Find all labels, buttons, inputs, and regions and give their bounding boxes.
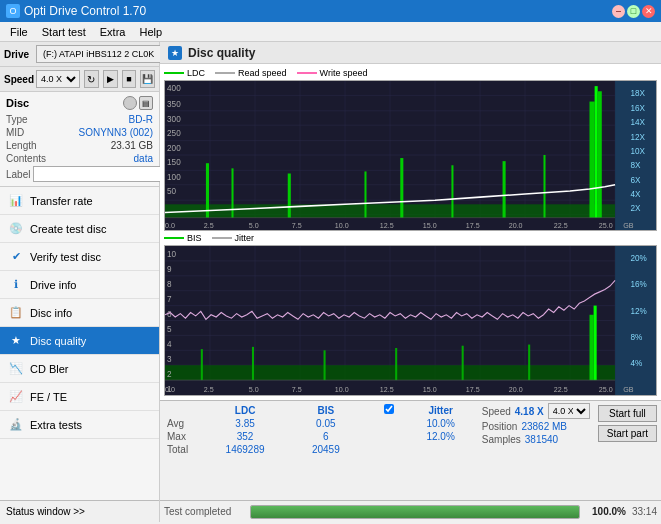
maximize-button[interactable]: □ [627,5,640,18]
svg-text:12.5: 12.5 [380,222,394,230]
speed-dropdown[interactable]: 4.0 X [548,403,590,419]
main-layout: Drive (F:) ATAPI iHBS112 2 CL0K ⏏ Speed … [0,42,661,522]
start-full-button[interactable]: Start full [598,405,657,422]
svg-text:8%: 8% [630,332,642,343]
menu-bar: File Start test Extra Help [0,22,661,42]
nav-verify-test-disc[interactable]: ✔ Verify test disc [0,243,159,271]
read-speed-legend-label: Read speed [238,68,287,78]
speed-save-button[interactable]: 💾 [140,70,155,88]
label-input[interactable] [33,166,166,182]
svg-rect-28 [543,155,545,218]
chart1-legend: LDC Read speed Write speed [164,68,657,78]
menu-help[interactable]: Help [133,25,168,39]
length-label: Length [6,140,37,151]
drive-select[interactable]: (F:) ATAPI iHBS112 2 CL0K [36,45,174,63]
nav-label-verify-test-disc: Verify test disc [30,251,101,263]
read-speed-legend-dot [215,72,235,74]
speed-test-button2[interactable]: ■ [122,70,137,88]
disc-quality-header: ★ Disc quality [160,42,661,64]
total-row: Total 1469289 20459 [164,443,476,456]
fe-te-icon: 📈 [8,389,24,405]
svg-text:10.0: 10.0 [335,222,349,230]
svg-text:10: 10 [167,249,176,260]
svg-text:GB: GB [623,384,633,393]
svg-text:150: 150 [167,158,181,167]
svg-text:0.0: 0.0 [165,384,175,393]
svg-rect-89 [528,345,530,381]
ldc-legend-dot [164,72,184,74]
chart2-svg: 20% 16% 12% 8% 4% 10 9 8 7 6 5 4 3 [165,246,656,395]
svg-rect-83 [165,365,615,380]
svg-text:15.0: 15.0 [423,384,437,393]
max-ldc: 352 [199,430,291,443]
nav-label-cd-bler: CD Bler [30,363,69,375]
nav-extra-tests[interactable]: 🔬 Extra tests [0,411,159,439]
nav-cd-bler[interactable]: 📉 CD Bler [0,355,159,383]
svg-rect-21 [206,163,209,217]
menu-extra[interactable]: Extra [94,25,132,39]
svg-rect-84 [201,349,203,380]
nav-drive-info[interactable]: ℹ Drive info [0,271,159,299]
nav-disc-info[interactable]: 📋 Disc info [0,299,159,327]
chart1-svg: 18X 16X 14X 12X 10X 8X 6X 4X 2X 400 350 … [165,81,656,230]
speed-test-button1[interactable]: ▶ [103,70,118,88]
svg-rect-25 [400,158,403,218]
svg-text:2X: 2X [630,204,641,213]
close-button[interactable]: ✕ [642,5,655,18]
minimize-button[interactable]: – [612,5,625,18]
type-label: Type [6,114,28,125]
svg-text:7.5: 7.5 [292,222,302,230]
drive-info-icon: ℹ [8,277,24,293]
menu-file[interactable]: File [4,25,34,39]
app-title: Opti Drive Control 1.70 [24,4,146,18]
disc-section-title: Disc [6,97,29,109]
contents-value: data [134,153,153,164]
svg-text:4: 4 [167,338,172,349]
svg-rect-87 [395,348,397,380]
progress-time: 33:14 [632,506,657,517]
start-part-button[interactable]: Start part [598,425,657,442]
svg-rect-26 [451,165,453,217]
speed-refresh-button[interactable]: ↻ [84,70,99,88]
svg-text:18X: 18X [630,89,645,98]
ldc-col-header: LDC [199,403,291,417]
speed-position-panel: Speed 4.18 X 4.0 X Position 23862 MB Sam… [482,403,592,498]
nav-transfer-rate[interactable]: 📊 Transfer rate [0,187,159,215]
svg-text:7.5: 7.5 [292,384,302,393]
ldc-legend-label: LDC [187,68,205,78]
svg-text:12.5: 12.5 [380,384,394,393]
title-bar: O Opti Drive Control 1.70 – □ ✕ [0,0,661,22]
speed-select[interactable]: 4.0 X [36,70,80,88]
max-bis: 6 [291,430,360,443]
progress-bar [250,505,580,519]
disc-icon [123,96,137,110]
label-label: Label [6,169,30,180]
disc-quality-title: Disc quality [188,46,255,60]
svg-text:5: 5 [167,324,172,335]
svg-rect-85 [252,347,254,380]
svg-text:200: 200 [167,144,181,153]
jitter-checkbox[interactable] [373,403,406,417]
verify-test-disc-icon: ✔ [8,249,24,265]
nav-disc-quality[interactable]: ★ Disc quality [0,327,159,355]
avg-bis: 0.05 [291,417,360,430]
chart2-container: 20% 16% 12% 8% 4% 10 9 8 7 6 5 4 3 [164,245,657,396]
nav-fe-te[interactable]: 📈 FE / TE [0,383,159,411]
jitter-legend-label: Jitter [235,233,255,243]
avg-jitter: 10.0% [405,417,476,430]
total-ldc: 1469289 [199,443,291,456]
status-window-button[interactable]: Status window >> [0,500,159,522]
stats-panel: LDC BIS Jitter Avg 3.85 0.05 [160,400,661,500]
svg-text:400: 400 [167,84,181,93]
avg-label: Avg [164,417,199,430]
avg-row: Avg 3.85 0.05 10.0% [164,417,476,430]
menu-start-test[interactable]: Start test [36,25,92,39]
content-area: ★ Disc quality LDC Read speed [160,42,661,522]
svg-text:300: 300 [167,115,181,124]
max-label: Max [164,430,199,443]
nav-label-drive-info: Drive info [30,279,76,291]
svg-text:15.0: 15.0 [423,222,437,230]
nav-create-test-disc[interactable]: 💿 Create test disc [0,215,159,243]
svg-text:5.0: 5.0 [249,384,259,393]
disc-quality-header-icon: ★ [168,46,182,60]
